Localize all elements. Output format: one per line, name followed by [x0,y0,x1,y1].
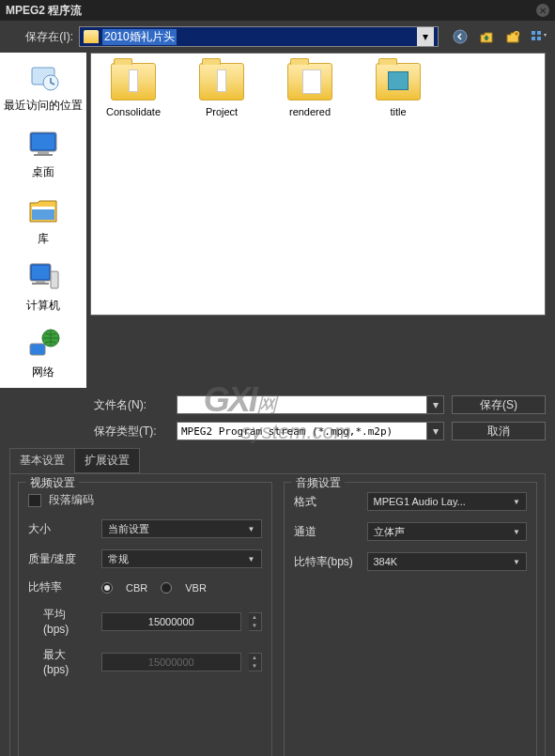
filename-input[interactable] [177,395,427,414]
sidebar-label: 库 [38,231,49,247]
channel-dropdown[interactable]: 立体声▼ [367,522,528,541]
vbr-label: VBR [185,582,207,594]
sidebar-label: 最近访问的位置 [4,98,83,114]
folder-label: title [390,106,406,117]
tab-basic[interactable]: 基本设置 [9,448,75,473]
save-in-label: 保存在(I): [8,29,73,45]
max-label: 最大 (bps) [28,647,94,676]
view-icon[interactable] [531,28,547,45]
places-sidebar: 最近访问的位置 桌面 库 计算机 网络 [0,53,86,388]
channel-label: 通道 [294,524,360,540]
folder-label: Project [206,106,238,117]
up-icon[interactable] [478,28,495,45]
max-spinner: ▲▼ [249,653,262,671]
folder-label: rendered [289,106,331,117]
folder-item[interactable]: rendered [277,63,343,117]
svg-rect-9 [32,134,54,149]
segment-checkbox[interactable] [28,494,41,507]
cancel-button[interactable]: 取消 [452,422,546,440]
folder-item[interactable]: title [365,63,431,117]
sidebar-item-desktop[interactable]: 桌面 [26,127,60,180]
library-icon [26,193,60,227]
svg-rect-15 [32,266,49,279]
svg-rect-5 [537,37,541,40]
desktop-icon [26,127,60,161]
svg-rect-3 [537,31,541,35]
quality-dropdown[interactable]: 常规▼ [101,549,262,568]
segment-label: 段落编码 [49,492,94,508]
folder-item[interactable]: Project [189,63,254,117]
size-dropdown[interactable]: 当前设置▼ [101,519,262,538]
computer-icon [26,260,60,294]
chevron-down-icon[interactable]: ▾ [427,395,444,414]
path-dropdown[interactable]: 2010婚礼片头 ▾ [79,26,439,47]
file-browser[interactable]: Consolidate Project rendered title [90,53,546,316]
filetype-select[interactable]: MPEG2 Program stream (*.mpg,*.m2p) [177,422,427,440]
svg-rect-4 [532,37,535,40]
quality-label: 质量/速度 [28,551,94,567]
folder-label: Consolidate [106,106,161,117]
sidebar-label: 计算机 [26,298,60,314]
folder-icon [287,63,332,100]
folder-icon [376,63,421,100]
recent-icon [26,60,60,94]
sidebar-item-library[interactable]: 库 [26,193,60,247]
video-legend: 视频设置 [26,475,79,491]
cbr-radio[interactable] [101,582,113,594]
format-label: 格式 [294,494,360,510]
format-dropdown[interactable]: MPEG1 Audio Lay...▼ [367,492,528,511]
tab-advanced[interactable]: 扩展设置 [75,448,140,473]
svg-rect-18 [32,283,49,285]
back-icon[interactable] [452,28,469,45]
avg-label: 平均 (bps) [28,607,94,636]
folder-icon [111,63,156,100]
avg-spinner[interactable]: ▲▼ [249,612,262,631]
folder-icon [199,63,244,100]
abitrate-dropdown[interactable]: 384K▼ [367,552,528,571]
chevron-down-icon[interactable]: ▾ [417,27,434,46]
filetype-label: 保存类型(T): [94,424,169,440]
new-folder-icon[interactable] [504,28,521,45]
max-input: 15000000 [101,653,241,671]
svg-rect-16 [51,271,58,288]
audio-legend: 音频设置 [292,475,345,491]
folder-icon [84,30,99,43]
svg-rect-17 [36,281,45,283]
svg-rect-2 [532,31,535,35]
save-button[interactable]: 保存(S) [452,395,546,414]
svg-rect-10 [38,151,49,154]
bitrate-label: 比特率 [28,579,94,595]
svg-rect-11 [34,154,53,156]
path-text: 2010婚礼片头 [102,29,177,45]
cbr-label: CBR [126,582,147,594]
avg-input[interactable]: 15000000 [101,612,241,631]
sidebar-label: 桌面 [32,164,54,180]
network-icon [26,327,60,361]
svg-point-0 [454,30,467,43]
sidebar-item-network[interactable]: 网络 [26,327,60,380]
chevron-down-icon[interactable]: ▾ [427,422,444,440]
close-icon[interactable]: ✕ [536,4,549,17]
svg-rect-19 [30,344,45,355]
window-title: MPEG2 程序流 [6,3,82,19]
size-label: 大小 [28,521,94,537]
svg-rect-13 [32,207,54,209]
vbr-radio[interactable] [161,582,172,594]
sidebar-label: 网络 [32,364,54,380]
video-settings: 视频设置 段落编码 大小 当前设置▼ 质量/速度 常规▼ 比特率 CBR VBR… [18,482,272,756]
folder-item[interactable]: Consolidate [100,63,166,117]
sidebar-item-recent[interactable]: 最近访问的位置 [4,60,83,114]
filename-label: 文件名(N): [94,397,169,413]
sidebar-item-computer[interactable]: 计算机 [26,260,60,314]
audio-settings: 音频设置 格式 MPEG1 Audio Lay...▼ 通道 立体声▼ 比特率(… [284,482,538,756]
abitrate-label: 比特率(bps) [294,554,360,570]
